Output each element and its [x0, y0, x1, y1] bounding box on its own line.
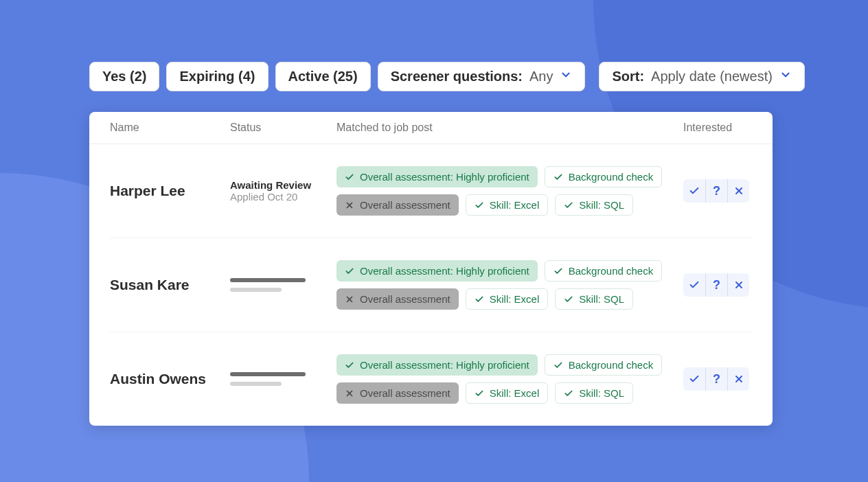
tag-label: Overall assessment	[360, 199, 450, 211]
match-tag: Overall assessment: Highly proficient	[336, 354, 538, 376]
tag-label: Background check	[569, 265, 653, 277]
status-placeholder	[230, 278, 336, 292]
interest-actions: ?	[683, 179, 749, 203]
match-tag: Overall assessment: Highly proficient	[336, 260, 538, 282]
interest-no-button[interactable]	[727, 367, 749, 391]
interest-yes-button[interactable]	[683, 179, 705, 203]
match-tags: Overall assessment: Highly proficient Ba…	[336, 166, 683, 216]
tag-label: Skill: SQL	[579, 199, 624, 211]
interest-actions: ?	[683, 273, 749, 297]
table-header: Name Status Matched to job post Interest…	[89, 112, 773, 144]
filter-yes-label: Yes (2)	[102, 69, 146, 84]
candidate-name[interactable]: Susan Kare	[110, 277, 230, 293]
filter-screener-value: Any	[529, 69, 553, 84]
filter-screener-label: Screener questions:	[391, 69, 523, 84]
filter-row: Yes (2) Expiring (4) Active (25) Screene…	[89, 62, 779, 91]
tag-label: Skill: Excel	[490, 387, 540, 399]
candidate-name[interactable]: Austin Owens	[110, 371, 230, 387]
filter-expiring[interactable]: Expiring (4)	[166, 62, 268, 91]
tag-label: Overall assessment	[360, 293, 450, 305]
interest-yes-button[interactable]	[683, 273, 705, 297]
sort-dropdown[interactable]: Sort: Apply date (newest)	[599, 62, 804, 91]
filter-yes[interactable]: Yes (2)	[89, 62, 159, 91]
interest-maybe-button[interactable]: ?	[705, 273, 727, 297]
filter-screener[interactable]: Screener questions: Any	[378, 62, 586, 91]
status-primary: Awaiting Review	[230, 179, 336, 191]
table-row: Harper Lee Awaiting Review Applied Oct 2…	[110, 144, 752, 238]
tag-label: Overall assessment: Highly proficient	[360, 359, 529, 371]
match-tag: Overall assessment	[336, 288, 459, 310]
match-tag: Overall assessment: Highly proficient	[336, 166, 538, 187]
tag-label: Overall assessment: Highly proficient	[360, 265, 529, 277]
table-row: Susan Kare Overall assessment: Highly pr…	[110, 238, 752, 332]
match-tag: Skill: SQL	[555, 194, 633, 216]
interest-no-button[interactable]	[727, 179, 749, 203]
interest-actions: ?	[683, 367, 749, 391]
interest-yes-button[interactable]	[683, 367, 705, 391]
match-tag: Background check	[545, 354, 662, 376]
col-header-interested: Interested	[683, 122, 752, 134]
chevron-down-icon	[560, 69, 572, 84]
tag-label: Overall assessment	[360, 387, 450, 399]
match-tags: Overall assessment: Highly proficient Ba…	[336, 354, 683, 404]
candidates-card: Name Status Matched to job post Interest…	[89, 112, 773, 426]
status-secondary: Applied Oct 20	[230, 191, 336, 203]
col-header-status: Status	[230, 122, 336, 134]
tag-label: Skill: SQL	[579, 387, 624, 399]
match-tag: Skill: Excel	[466, 194, 549, 216]
filter-active[interactable]: Active (25)	[275, 62, 371, 91]
match-tag: Skill: SQL	[555, 382, 633, 404]
status-placeholder	[230, 372, 336, 386]
chevron-down-icon	[779, 69, 792, 84]
filter-expiring-label: Expiring (4)	[179, 69, 255, 84]
interest-no-button[interactable]	[727, 273, 749, 297]
match-tag: Overall assessment	[336, 194, 459, 216]
question-icon: ?	[713, 184, 720, 198]
sort-value: Apply date (newest)	[651, 69, 773, 84]
interest-maybe-button[interactable]: ?	[705, 179, 727, 203]
match-tag: Skill: SQL	[555, 288, 633, 310]
question-icon: ?	[713, 278, 720, 292]
tag-label: Skill: Excel	[490, 293, 540, 305]
match-tag: Skill: Excel	[466, 382, 549, 404]
match-tag: Background check	[545, 166, 662, 187]
col-header-matched: Matched to job post	[336, 122, 683, 134]
match-tag: Skill: Excel	[466, 288, 549, 310]
candidate-name[interactable]: Harper Lee	[110, 183, 230, 199]
match-tag: Background check	[545, 260, 662, 282]
tag-label: Skill: SQL	[579, 293, 624, 305]
tag-label: Overall assessment: Highly proficient	[360, 171, 529, 183]
match-tags: Overall assessment: Highly proficient Ba…	[336, 260, 683, 310]
interest-maybe-button[interactable]: ?	[705, 367, 727, 391]
filter-active-label: Active (25)	[288, 69, 358, 84]
col-header-name: Name	[110, 122, 230, 134]
sort-label: Sort:	[612, 69, 644, 84]
tag-label: Background check	[569, 359, 653, 371]
tag-label: Background check	[569, 171, 653, 183]
question-icon: ?	[713, 372, 720, 387]
status-text: Awaiting Review Applied Oct 20	[230, 179, 336, 203]
tag-label: Skill: Excel	[490, 199, 540, 211]
match-tag: Overall assessment	[336, 382, 459, 404]
table-row: Austin Owens Overall assessment: Highly …	[110, 332, 752, 426]
